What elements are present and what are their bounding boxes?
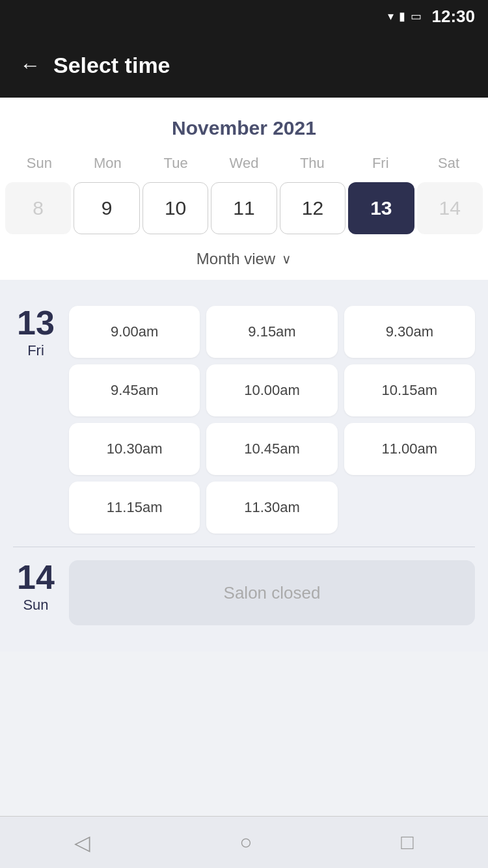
- signal-icon: ▮: [399, 9, 405, 23]
- time-slot-1030am[interactable]: 10.30am: [69, 423, 200, 475]
- wifi-icon: ▾: [388, 9, 394, 23]
- salon-closed-label: Salon closed: [224, 583, 321, 603]
- date-cell-12[interactable]: 12: [280, 182, 346, 234]
- status-bar: ▾ ▮ ▭ 12:30: [0, 0, 488, 33]
- day-block-14: 14 Sun Salon closed: [13, 547, 475, 638]
- day-14-number: 14: [17, 560, 55, 594]
- calendar-section: November 2021 Sun Mon Tue Wed Thu Fri Sa…: [0, 98, 488, 280]
- day-13-name: Fri: [27, 342, 44, 359]
- time-slot-1100am[interactable]: 11.00am: [344, 423, 475, 475]
- back-button[interactable]: ←: [20, 53, 40, 77]
- header: ← Select time: [0, 33, 488, 98]
- day-block-13: 13 Fri 9.00am 9.15am 9.30am 9.45am 10.00…: [13, 293, 475, 547]
- time-slot-900am[interactable]: 9.00am: [69, 306, 200, 358]
- time-slot-1115am[interactable]: 11.15am: [69, 481, 200, 534]
- day-header-thu: Thu: [278, 151, 346, 176]
- month-view-label: Month view: [197, 250, 275, 268]
- day-14-col: 14 Sun: [13, 560, 59, 614]
- battery-icon: ▭: [411, 9, 422, 23]
- date-cell-11[interactable]: 11: [211, 182, 277, 234]
- nav-apps-icon[interactable]: □: [401, 830, 413, 854]
- day-13-col: 13 Fri: [13, 306, 59, 359]
- page-title: Select time: [53, 53, 170, 78]
- time-grid-13: 9.00am 9.15am 9.30am 9.45am 10.00am 10.1…: [69, 306, 475, 534]
- day-header-fri: Fri: [346, 151, 414, 176]
- month-view-toggle[interactable]: Month view ∨: [0, 243, 488, 280]
- nav-bar: ◁ ○ □: [0, 816, 488, 868]
- date-cell-10[interactable]: 10: [142, 182, 208, 234]
- day-14-name: Sun: [23, 597, 48, 614]
- time-slot-1015am[interactable]: 10.15am: [344, 364, 475, 416]
- day-header-wed: Wed: [210, 151, 278, 176]
- time-section: 13 Fri 9.00am 9.15am 9.30am 9.45am 10.00…: [0, 280, 488, 651]
- date-cell-14[interactable]: 14: [417, 182, 483, 234]
- status-time: 12:30: [432, 7, 476, 27]
- date-cell-13[interactable]: 13: [348, 182, 414, 234]
- day-headers: Sun Mon Tue Wed Thu Fri Sat: [0, 151, 488, 176]
- date-row: 8 9 10 11 12 13 14: [0, 176, 488, 243]
- date-cell-9[interactable]: 9: [74, 182, 139, 234]
- time-slot-915am[interactable]: 9.15am: [206, 306, 337, 358]
- day-header-sat: Sat: [414, 151, 483, 176]
- nav-home-icon[interactable]: ○: [239, 830, 252, 854]
- day-header-sun: Sun: [5, 151, 74, 176]
- nav-back-icon[interactable]: ◁: [74, 830, 90, 855]
- status-icons: ▾ ▮ ▭ 12:30: [388, 7, 476, 27]
- salon-closed-block: Salon closed: [69, 560, 475, 625]
- date-cell-8[interactable]: 8: [5, 182, 71, 234]
- time-slot-1130am[interactable]: 11.30am: [206, 481, 337, 534]
- time-slot-1045am[interactable]: 10.45am: [206, 423, 337, 475]
- day-13-number: 13: [17, 306, 55, 340]
- time-slot-945am[interactable]: 9.45am: [69, 364, 200, 416]
- day-header-tue: Tue: [142, 151, 210, 176]
- day-header-mon: Mon: [74, 151, 142, 176]
- time-slot-930am[interactable]: 9.30am: [344, 306, 475, 358]
- chevron-down-icon: ∨: [282, 251, 291, 267]
- time-slot-1000am[interactable]: 10.00am: [206, 364, 337, 416]
- month-label: November 2021: [0, 111, 488, 151]
